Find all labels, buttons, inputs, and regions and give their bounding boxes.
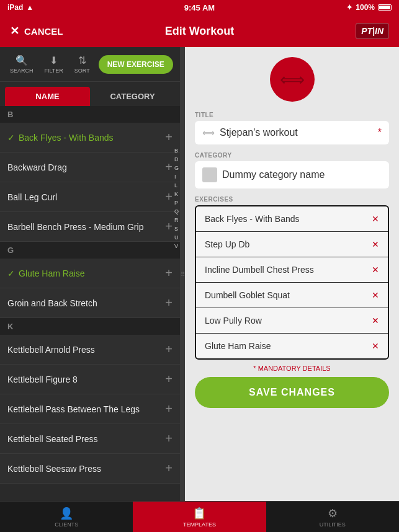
exercise-name: Glute Ham Raise: [19, 268, 165, 278]
exercise-name: Back Flyes - With Bands: [19, 133, 165, 143]
exercise-name: Kettlebell Pass Between The Legs: [7, 404, 165, 414]
list-item[interactable]: Kettlebell Figure 8 +: [0, 365, 180, 394]
category-field-group: CATEGORY Dummy category name: [195, 152, 389, 188]
add-exercise-icon[interactable]: +: [165, 342, 173, 357]
main-content: 🔍 SEARCH ⬇ FILTER ⇅ SORT NEW EXERCISE NA…: [0, 47, 399, 501]
list-item[interactable]: Barbell Bench Press - Medium Grip +: [0, 212, 180, 242]
exercise-row: Glute Ham Raise ✕: [196, 334, 388, 358]
sort-tool-button[interactable]: ⇅ SORT: [69, 52, 95, 76]
bottom-tab-clients[interactable]: 👤 CLIENTS: [0, 502, 133, 532]
list-item[interactable]: Ball Leg Curl +: [0, 182, 180, 212]
remove-exercise-icon[interactable]: ✕: [372, 265, 379, 275]
section-header-g: G: [0, 242, 180, 259]
logo: PT|IN: [356, 23, 389, 39]
exercise-row-name: Glute Ham Raise: [205, 341, 271, 351]
add-exercise-icon[interactable]: +: [165, 461, 173, 476]
exercise-name: Kettlebell Seated Press: [7, 434, 165, 444]
battery-label: 100%: [356, 3, 375, 12]
alpha-l[interactable]: L: [174, 181, 179, 190]
add-exercise-icon[interactable]: +: [165, 130, 173, 144]
exercise-name: Groin and Back Stretch: [7, 298, 165, 308]
save-changes-button[interactable]: SAVE CHANGES: [195, 377, 389, 408]
exercise-row: Incline Dumbell Chest Press ✕: [196, 257, 388, 283]
list-item[interactable]: ✓ Glute Ham Raise +: [0, 259, 180, 288]
tab-bar: NAME CATEGORY: [0, 82, 180, 106]
alpha-i[interactable]: I: [174, 172, 179, 181]
title-arrow-icon: ⟺: [202, 128, 215, 138]
filter-tool-button[interactable]: ⬇ FILTER: [40, 52, 68, 76]
list-item[interactable]: Kettlebell Pass Between The Legs +: [0, 394, 180, 424]
add-exercise-icon[interactable]: +: [165, 190, 173, 204]
workout-icon-area: ⟺: [185, 47, 399, 107]
filter-icon: ⬇: [50, 55, 58, 66]
bottom-tab-templates[interactable]: 📋 TEMPLATES: [133, 502, 266, 532]
remove-exercise-icon[interactable]: ✕: [372, 290, 379, 300]
remove-exercise-icon[interactable]: ✕: [372, 239, 379, 249]
cancel-button[interactable]: ✕ CANCEL: [10, 24, 63, 38]
templates-tab-label: TEMPLATES: [183, 521, 216, 528]
status-right: ✦ 100%: [346, 3, 392, 12]
exercise-list: B ✓ Back Flyes - With Bands + Backward D…: [0, 106, 180, 501]
exercise-row-name: Dumbell Goblet Squat: [205, 290, 290, 300]
exercise-row: Step Up Db ✕: [196, 232, 388, 257]
resize-handle[interactable]: ⠿: [180, 47, 185, 501]
clients-tab-label: CLIENTS: [55, 521, 78, 528]
alpha-r[interactable]: R: [174, 216, 179, 224]
add-exercise-icon[interactable]: +: [165, 219, 173, 234]
search-tool-button[interactable]: 🔍 SEARCH: [5, 52, 38, 76]
remove-exercise-icon[interactable]: ✕: [372, 341, 379, 351]
sort-icon: ⇅: [78, 55, 86, 66]
exercise-row: Back Flyes - With Bands ✕: [196, 206, 388, 232]
remove-exercise-icon[interactable]: ✕: [372, 214, 379, 224]
form-area: TITLE ⟺ * CATEGORY Dummy category name E…: [185, 107, 399, 501]
templates-icon: 📋: [192, 507, 206, 520]
add-exercise-icon[interactable]: +: [165, 402, 173, 416]
exercise-name: Kettlebell Seesaw Press: [7, 464, 165, 474]
title-input[interactable]: [220, 127, 373, 138]
alpha-u[interactable]: U: [174, 233, 179, 242]
add-exercise-icon[interactable]: +: [165, 372, 173, 386]
alpha-g[interactable]: G: [174, 164, 179, 172]
check-icon: ✓: [7, 268, 15, 278]
alpha-b[interactable]: B: [174, 146, 179, 155]
new-exercise-button[interactable]: NEW EXERCISE: [99, 55, 173, 74]
bottom-bar: 👤 CLIENTS 📋 TEMPLATES ⚙ UTILITIES: [0, 501, 399, 532]
utilities-tab-label: UTILITIES: [320, 521, 346, 528]
list-item[interactable]: Backward Drag +: [0, 153, 180, 182]
add-exercise-icon[interactable]: +: [165, 160, 173, 174]
remove-exercise-icon[interactable]: ✕: [372, 316, 379, 326]
title-required-star: *: [378, 127, 382, 138]
category-input-container[interactable]: Dummy category name: [195, 161, 389, 188]
add-exercise-icon[interactable]: +: [165, 432, 173, 446]
alpha-k[interactable]: K: [174, 190, 179, 198]
exercise-row-name: Low Pully Row: [205, 316, 262, 326]
list-item[interactable]: Kettlebell Seesaw Press +: [0, 454, 180, 484]
exercise-name: Kettlebell Arnold Press: [7, 345, 165, 355]
utilities-icon: ⚙: [328, 507, 338, 520]
alpha-p[interactable]: P: [174, 198, 179, 207]
status-left: iPad ▲: [7, 3, 34, 12]
exercise-row-name: Incline Dumbell Chest Press: [205, 265, 314, 275]
left-panel: 🔍 SEARCH ⬇ FILTER ⇅ SORT NEW EXERCISE NA…: [0, 47, 180, 501]
category-thumbnail: [202, 167, 217, 182]
right-panel: ⟺ TITLE ⟺ * CATEGORY Dummy category name: [185, 47, 399, 501]
list-item[interactable]: Kettlebell Seated Press +: [0, 424, 180, 454]
alpha-v[interactable]: V: [174, 242, 179, 250]
exercise-name: Backward Drag: [7, 162, 165, 172]
list-item[interactable]: ✓ Back Flyes - With Bands +: [0, 123, 180, 153]
add-exercise-icon[interactable]: +: [165, 266, 173, 280]
bottom-tab-utilities[interactable]: ⚙ UTILITIES: [266, 502, 399, 532]
dumbbell-icon: ⟺: [280, 69, 305, 90]
add-exercise-icon[interactable]: +: [165, 296, 173, 310]
list-item[interactable]: Kettlebell Arnold Press +: [0, 335, 180, 365]
alpha-s[interactable]: S: [174, 224, 179, 233]
carrier-label: iPad: [7, 3, 23, 12]
alpha-d[interactable]: D: [174, 155, 179, 164]
alpha-q[interactable]: Q: [174, 207, 179, 216]
list-item[interactable]: Groin and Back Stretch +: [0, 288, 180, 318]
mandatory-text: * MANDATORY DETAILS: [195, 365, 389, 372]
tab-category[interactable]: CATEGORY: [90, 87, 175, 106]
sort-tool-label: SORT: [74, 68, 90, 74]
cancel-x-icon: ✕: [10, 24, 19, 38]
tab-name[interactable]: NAME: [5, 87, 90, 106]
